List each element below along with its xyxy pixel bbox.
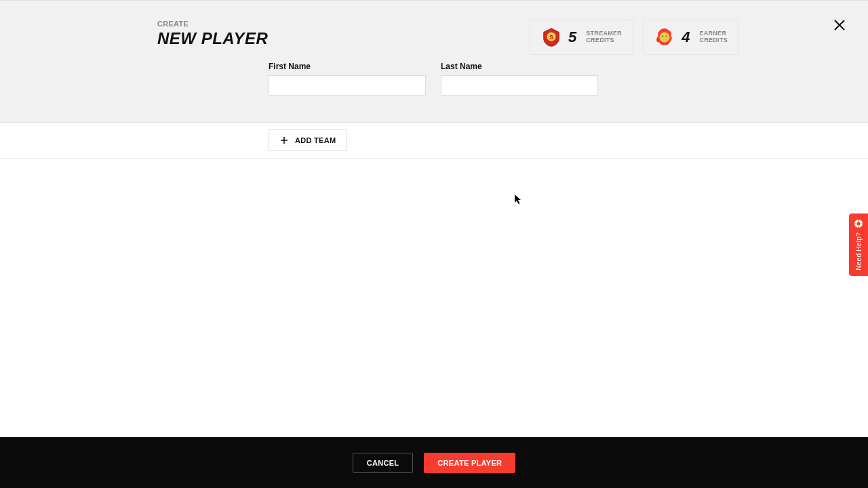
first-name-field-group: First Name xyxy=(269,62,426,96)
need-help-tab[interactable]: Need Help? xyxy=(849,214,868,276)
plus-icon xyxy=(280,136,288,144)
streamer-credit-label: STREAMER CREDITS xyxy=(586,30,622,44)
earner-credit-label-2: CREDITS xyxy=(699,37,728,44)
svg-point-2 xyxy=(660,33,670,43)
bottom-bar: CANCEL CREATE PLAYER xyxy=(0,437,868,488)
close-icon xyxy=(833,18,846,35)
lifebuoy-icon xyxy=(854,219,863,228)
add-team-row: ADD TEAM xyxy=(0,123,868,159)
earner-credits-card[interactable]: 4 EARNER CREDITS xyxy=(643,20,739,55)
form-row: First Name Last Name xyxy=(269,62,868,96)
last-name-field-group: Last Name xyxy=(441,62,598,96)
create-player-button[interactable]: CREATE PLAYER xyxy=(424,453,515,473)
top-section: CREATE NEW PLAYER S 5 STREAMER CREDITS 4… xyxy=(0,0,868,123)
close-button[interactable] xyxy=(831,18,848,35)
streamer-badge-icon: S xyxy=(541,27,561,47)
earner-credit-count: 4 xyxy=(682,28,690,46)
streamer-credits-card[interactable]: S 5 STREAMER CREDITS xyxy=(530,20,633,55)
eyebrow-text: CREATE xyxy=(157,20,268,28)
add-team-label: ADD TEAM xyxy=(295,136,336,144)
streamer-credit-label-2: CREDITS xyxy=(586,37,622,44)
first-name-input[interactable] xyxy=(269,75,426,96)
credits-row: S 5 STREAMER CREDITS 4 EARNER CREDITS xyxy=(530,20,739,55)
last-name-label: Last Name xyxy=(441,62,598,71)
title-block: CREATE NEW PLAYER xyxy=(157,20,268,48)
svg-point-6 xyxy=(857,222,861,226)
first-name-label: First Name xyxy=(269,62,426,71)
page-title: NEW PLAYER xyxy=(157,29,268,48)
svg-point-3 xyxy=(662,35,663,37)
streamer-credit-count: 5 xyxy=(568,28,576,46)
add-team-button[interactable]: ADD TEAM xyxy=(269,129,347,151)
earner-badge-icon xyxy=(654,27,675,47)
svg-point-4 xyxy=(666,35,667,37)
last-name-input[interactable] xyxy=(441,75,598,96)
earner-credit-label: EARNER CREDITS xyxy=(699,30,728,44)
need-help-label: Need Help? xyxy=(855,232,863,270)
svg-text:S: S xyxy=(549,34,553,41)
cancel-button[interactable]: CANCEL xyxy=(353,453,414,473)
cursor-icon xyxy=(514,194,522,205)
